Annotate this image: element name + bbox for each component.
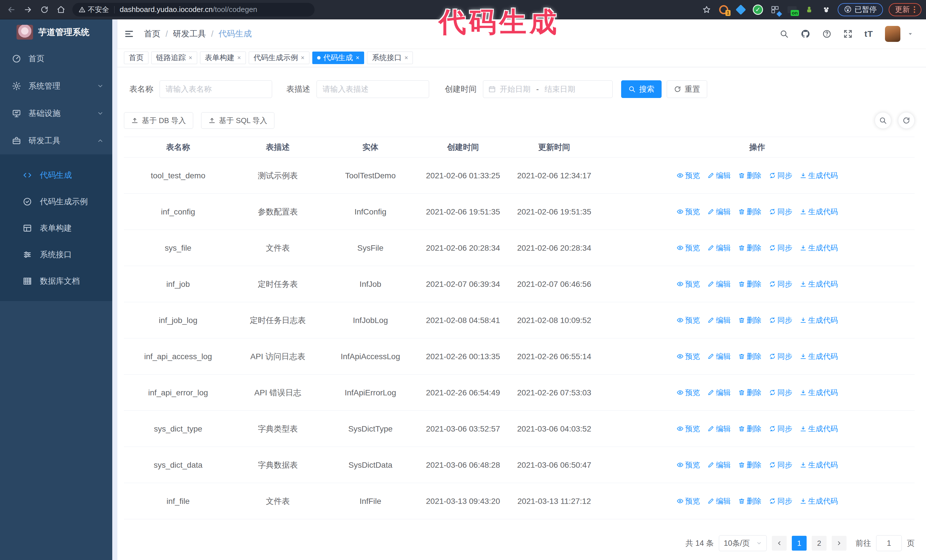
action-delete[interactable]: 删除 xyxy=(738,459,762,471)
action-preview[interactable]: 预览 xyxy=(677,351,700,362)
action-sync[interactable]: 同步 xyxy=(769,387,792,398)
kebab-menu-icon[interactable] xyxy=(914,6,915,13)
reset-button[interactable]: 重置 xyxy=(667,80,707,98)
ext-droid-icon[interactable] xyxy=(803,4,815,15)
sidebar-item-codegen[interactable]: 代码生成 xyxy=(0,162,112,188)
ext-check-circle-icon[interactable]: ✓ xyxy=(752,4,764,15)
browser-home-button[interactable] xyxy=(54,3,68,17)
action-edit[interactable]: 编辑 xyxy=(707,206,731,217)
action-edit[interactable]: 编辑 xyxy=(707,495,731,507)
sidebar-item-form-builder[interactable]: 表单构建 xyxy=(0,215,112,241)
address-bar[interactable]: 不安全 dashboard.yudao.iocoder.cn/tool/code… xyxy=(73,3,315,17)
close-icon[interactable]: × xyxy=(404,54,408,62)
profile-paused-pill[interactable]: 😲 已暂停 xyxy=(838,3,883,16)
action-delete[interactable]: 删除 xyxy=(738,314,762,326)
page-size-select[interactable]: 10条/页 xyxy=(719,535,767,551)
tag-codegen[interactable]: 代码生成× xyxy=(312,51,365,64)
browser-reload-button[interactable] xyxy=(38,3,51,17)
goto-page-input[interactable] xyxy=(876,535,902,551)
sidebar-item-infrastructure[interactable]: 基础设施 xyxy=(0,100,112,127)
toggle-search-button[interactable] xyxy=(875,112,891,129)
action-edit[interactable]: 编辑 xyxy=(707,423,731,435)
tag-form-builder[interactable]: 表单构建× xyxy=(200,51,246,64)
action-preview[interactable]: 预览 xyxy=(677,170,700,181)
action-generate[interactable]: 生成代码 xyxy=(800,242,838,254)
close-icon[interactable]: × xyxy=(189,54,192,62)
breadcrumb-home[interactable]: 首页 xyxy=(144,28,160,39)
sidebar-item-dev-tools[interactable]: 研发工具 xyxy=(0,127,112,154)
action-edit[interactable]: 编辑 xyxy=(707,242,731,254)
search-icon[interactable] xyxy=(779,29,789,38)
fullscreen-icon[interactable] xyxy=(843,29,852,38)
ext-gem-icon[interactable] xyxy=(735,4,746,15)
action-sync[interactable]: 同步 xyxy=(769,206,792,217)
tag-system-api[interactable]: 系统接口× xyxy=(367,51,413,64)
ext-puzzle-icon[interactable] xyxy=(820,4,832,15)
ext-dark-box-icon[interactable]: on xyxy=(787,4,798,15)
action-delete[interactable]: 删除 xyxy=(738,387,762,398)
action-sync[interactable]: 同步 xyxy=(769,459,792,471)
sidebar-item-home[interactable]: 首页 xyxy=(0,45,112,72)
action-generate[interactable]: 生成代码 xyxy=(800,351,838,362)
font-size-icon[interactable]: tT xyxy=(864,29,873,39)
action-edit[interactable]: 编辑 xyxy=(707,170,731,181)
next-page-button[interactable] xyxy=(832,536,846,551)
end-date-placeholder[interactable]: 结束日期 xyxy=(545,84,575,94)
action-delete[interactable]: 删除 xyxy=(738,170,762,181)
action-sync[interactable]: 同步 xyxy=(769,314,792,326)
table-name-input[interactable] xyxy=(160,80,272,98)
action-delete[interactable]: 删除 xyxy=(738,242,762,254)
avatar-caret-icon[interactable] xyxy=(907,31,914,37)
tag-tracing[interactable]: 链路追踪× xyxy=(151,51,197,64)
action-generate[interactable]: 生成代码 xyxy=(800,170,838,181)
action-preview[interactable]: 预览 xyxy=(677,278,700,290)
action-preview[interactable]: 预览 xyxy=(677,423,700,435)
action-sync[interactable]: 同步 xyxy=(769,242,792,254)
ext-grid-icon[interactable] xyxy=(769,4,781,15)
action-generate[interactable]: 生成代码 xyxy=(800,278,838,290)
page-button-2[interactable]: 2 xyxy=(812,536,826,551)
github-icon[interactable] xyxy=(800,29,810,39)
action-delete[interactable]: 删除 xyxy=(738,278,762,290)
action-generate[interactable]: 生成代码 xyxy=(800,459,838,471)
action-delete[interactable]: 删除 xyxy=(738,351,762,362)
browser-forward-button[interactable] xyxy=(21,3,35,17)
sidebar-item-db-docs[interactable]: 数据库文档 xyxy=(0,268,112,294)
action-delete[interactable]: 删除 xyxy=(738,423,762,435)
ext-orange-icon[interactable]: 1 xyxy=(718,4,729,15)
action-generate[interactable]: 生成代码 xyxy=(800,314,838,326)
action-sync[interactable]: 同步 xyxy=(769,170,792,181)
action-generate[interactable]: 生成代码 xyxy=(800,387,838,398)
action-edit[interactable]: 编辑 xyxy=(707,351,731,362)
bookmark-star-icon[interactable] xyxy=(701,4,712,15)
security-warning[interactable]: 不安全 xyxy=(79,5,109,14)
action-generate[interactable]: 生成代码 xyxy=(800,423,838,435)
sidebar-item-codegen-example[interactable]: 代码生成示例 xyxy=(0,188,112,215)
close-icon[interactable]: × xyxy=(238,54,241,62)
page-button-1[interactable]: 1 xyxy=(792,536,806,551)
sidebar-item-system-api[interactable]: 系统接口 xyxy=(0,241,112,268)
refresh-table-button[interactable] xyxy=(898,112,915,129)
app-logo[interactable]: 芋道管理系统 xyxy=(0,20,112,45)
action-sync[interactable]: 同步 xyxy=(769,423,792,435)
action-edit[interactable]: 编辑 xyxy=(707,459,731,471)
user-avatar[interactable] xyxy=(885,26,900,42)
help-icon[interactable] xyxy=(822,29,831,38)
browser-update-button[interactable]: 更新 xyxy=(889,3,921,16)
browser-back-button[interactable] xyxy=(5,3,18,17)
action-delete[interactable]: 删除 xyxy=(738,206,762,217)
close-icon[interactable]: × xyxy=(356,54,360,62)
action-edit[interactable]: 编辑 xyxy=(707,387,731,398)
action-sync[interactable]: 同步 xyxy=(769,278,792,290)
import-sql-button[interactable]: 基于 SQL 导入 xyxy=(201,112,275,129)
action-preview[interactable]: 预览 xyxy=(677,495,700,507)
prev-page-button[interactable] xyxy=(772,536,787,551)
tag-home[interactable]: 首页 xyxy=(124,51,148,64)
import-db-button[interactable]: 基于 DB 导入 xyxy=(124,112,193,129)
table-desc-input[interactable] xyxy=(316,80,429,98)
action-edit[interactable]: 编辑 xyxy=(707,314,731,326)
action-sync[interactable]: 同步 xyxy=(769,495,792,507)
sidebar-fold-icon[interactable] xyxy=(124,29,134,39)
search-button[interactable]: 搜索 xyxy=(621,80,661,98)
action-preview[interactable]: 预览 xyxy=(677,242,700,254)
